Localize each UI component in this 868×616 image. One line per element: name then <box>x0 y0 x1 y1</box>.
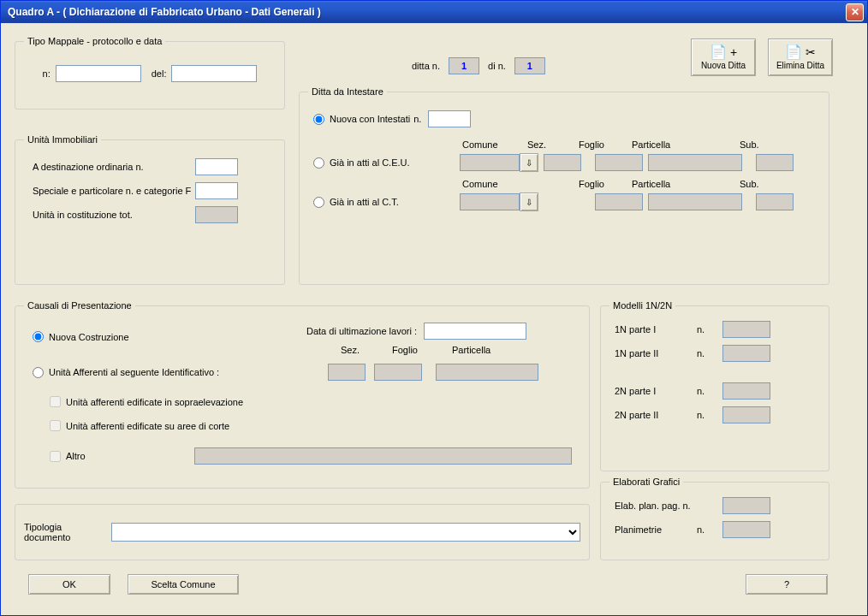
input-ceu-comune <box>460 154 520 171</box>
label-planimetrie-n: n. <box>697 524 722 535</box>
hdr-particella-ct: Particella <box>632 179 740 189</box>
input-ct-sub <box>756 193 794 210</box>
group-ditta-intestare: Ditta da Intestare Nuova con Intestati n… <box>299 86 829 285</box>
legend-unita-immobiliari: Unità Immobiliari <box>24 134 101 145</box>
window-title: Quadro A - ( Dichiarazione di Fabbricato… <box>4 6 846 18</box>
hdr-comune-ct: Comune <box>462 179 579 189</box>
hdr-particella-ceu: Particella <box>632 139 740 150</box>
nuova-ditta-label: Nuova Ditta <box>701 61 746 70</box>
label-chk-sopraelevazione: Unità afferenti edificate in sopraelevaz… <box>66 397 243 407</box>
label-ditta-n: ditta n. <box>412 61 440 71</box>
label-n: n: <box>43 68 51 79</box>
radio-afferenti[interactable] <box>33 367 44 378</box>
elimina-ditta-label: Elimina Ditta <box>776 61 824 70</box>
label-ceu: Già in atti al C.E.U. <box>330 157 460 168</box>
hdr-sub-ct: Sub. <box>740 179 782 189</box>
chk-aree-corte <box>50 420 61 431</box>
input-ceu-sez <box>544 154 581 171</box>
select-tipologia[interactable] <box>111 523 580 542</box>
label-2n-p1-n: n. <box>697 386 722 396</box>
hdr-sub-ceu: Sub. <box>740 139 782 150</box>
label-speciale: Speciale e particolare n. e categorie F <box>33 186 195 196</box>
label-afferenti: Unità Afferenti al seguente Identificati… <box>49 367 328 377</box>
group-causali: Causali di Presentazione Nuova Costruzio… <box>15 300 590 489</box>
label-ct: Già in atti al C.T. <box>330 197 460 207</box>
help-button-label: ? <box>784 579 789 589</box>
input-ceu-sub <box>756 154 794 171</box>
hdr-caus-foglio: Foglio <box>392 345 452 355</box>
group-elaborati: Elaborati Grafici Elab. plan. pag. n. Pl… <box>600 477 829 560</box>
group-tipologia: Tipologia documento <box>15 504 590 560</box>
legend-tipo-mappale: Tipo Mappale - protocollo e data <box>24 36 165 46</box>
label-2n-p1: 2N parte I <box>615 386 697 396</box>
label-dest-ordinaria: A destinazione ordinaria n. <box>33 162 195 172</box>
radio-nuova-costruzione[interactable] <box>33 331 44 342</box>
label-1n-p2-n: n. <box>697 348 722 358</box>
label-nuova-costruzione: Nuova Costruzione <box>49 332 129 342</box>
label-chk-altro: Altro <box>66 451 194 461</box>
legend-ditta-intestare: Ditta da Intestare <box>308 86 387 97</box>
input-1n-p1 <box>722 321 770 338</box>
input-protocollo-del[interactable] <box>171 65 257 82</box>
input-ditta-n <box>449 57 479 74</box>
label-1n-p2: 1N parte II <box>615 348 697 358</box>
input-caus-particella <box>436 364 538 381</box>
input-ct-particella <box>648 193 742 210</box>
input-speciale[interactable] <box>195 182 238 199</box>
input-altro <box>194 447 572 465</box>
input-di-n <box>514 57 545 74</box>
input-data-lavori[interactable] <box>424 323 526 340</box>
input-ct-foglio <box>595 193 643 210</box>
ct-lookup-button[interactable]: ⇩ <box>520 192 538 211</box>
hdr-caus-sez: Sez. <box>341 345 392 355</box>
input-caus-sez <box>328 364 366 381</box>
input-2n-p2 <box>722 406 770 424</box>
label-nuova-intestati: Nuova con Intestati <box>330 114 410 124</box>
input-ceu-particella <box>648 154 742 171</box>
chk-altro <box>50 451 61 462</box>
hdr-comune-ceu: Comune <box>462 139 527 150</box>
input-1n-p2 <box>722 345 770 362</box>
ok-button-label: OK <box>62 579 76 589</box>
document-plus-icon: 📄+ <box>710 45 737 59</box>
input-costituzione <box>195 206 238 223</box>
label-2n-p2-n: n. <box>697 410 722 420</box>
hdr-foglio-ct: Foglio <box>579 179 632 189</box>
label-2n-p2: 2N parte II <box>615 410 697 420</box>
label-del: del: <box>152 68 167 79</box>
label-tipologia: Tipologia documento <box>24 522 101 542</box>
radio-ceu[interactable] <box>313 157 324 169</box>
chk-sopraelevazione <box>50 396 61 407</box>
ceu-lookup-button[interactable]: ⇩ <box>520 153 538 172</box>
elimina-ditta-button[interactable]: 📄✂ Elimina Ditta <box>768 38 833 76</box>
close-icon[interactable]: ✕ <box>846 3 864 21</box>
document-delete-icon: 📄✂ <box>785 45 816 59</box>
legend-causali: Causali di Presentazione <box>24 300 135 311</box>
label-nuova-n: n. <box>413 114 421 124</box>
input-elab-plan <box>722 497 770 514</box>
label-di-n: di n. <box>488 61 506 71</box>
radio-nuova-intestati[interactable] <box>313 114 324 125</box>
radio-ct[interactable] <box>313 197 324 208</box>
ok-button[interactable]: OK <box>28 574 110 595</box>
help-button[interactable]: ? <box>746 574 828 595</box>
input-protocollo-n[interactable] <box>56 65 141 82</box>
scelta-comune-button[interactable]: Scelta Comune <box>128 574 239 595</box>
hdr-sez-ceu: Sez. <box>527 139 579 150</box>
hdr-caus-particella: Particella <box>452 345 538 355</box>
legend-elaborati: Elaborati Grafici <box>609 477 683 487</box>
input-nuova-n[interactable] <box>428 110 471 127</box>
nuova-ditta-button[interactable]: 📄+ Nuova Ditta <box>691 38 756 76</box>
label-chk-aree-corte: Unità afferenti edificate su aree di cor… <box>66 421 229 431</box>
input-dest-ordinaria[interactable] <box>195 158 238 175</box>
input-2n-p1 <box>722 382 770 400</box>
group-unita-immobiliari: Unità Immobiliari A destinazione ordinar… <box>15 134 285 285</box>
input-ct-comune <box>460 193 520 210</box>
group-tipo-mappale: Tipo Mappale - protocollo e data n: del: <box>15 36 285 110</box>
titlebar: Quadro A - ( Dichiarazione di Fabbricato… <box>1 1 867 23</box>
label-data-lavori: Data di ultimazione lavori : <box>306 326 417 336</box>
label-costituzione: Unità in costituzione tot. <box>33 210 195 220</box>
input-planimetrie <box>722 521 770 538</box>
hdr-foglio-ceu: Foglio <box>579 139 632 150</box>
label-elab-plan: Elab. plan. pag. n. <box>615 500 722 511</box>
